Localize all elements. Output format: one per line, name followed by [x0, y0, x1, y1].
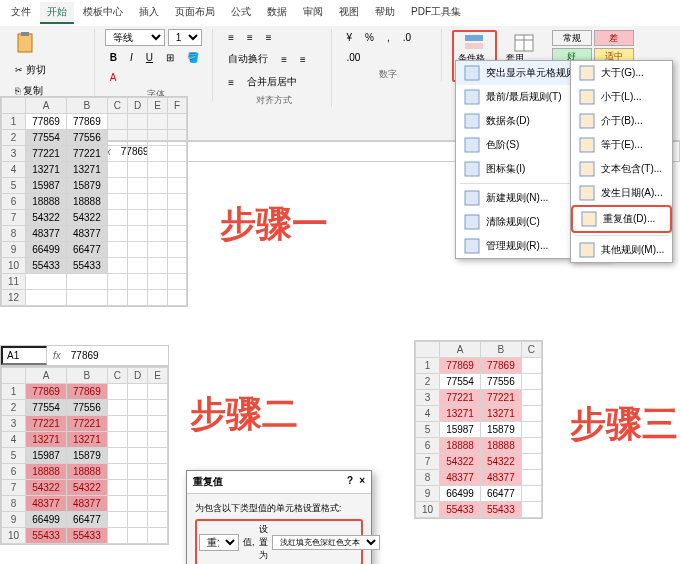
tab-help[interactable]: 帮助 [368, 2, 402, 24]
cell[interactable] [167, 210, 186, 226]
align-top-button[interactable]: ≡ [223, 29, 239, 46]
cell[interactable] [167, 146, 186, 162]
cell[interactable] [107, 528, 127, 544]
cell[interactable] [167, 258, 186, 274]
cell[interactable] [521, 438, 541, 454]
cell[interactable] [127, 146, 147, 162]
row-header[interactable]: 2 [416, 374, 440, 390]
cell[interactable] [107, 226, 127, 242]
cell[interactable] [107, 146, 127, 162]
cell[interactable]: 18888 [26, 194, 67, 210]
cell[interactable] [127, 528, 147, 544]
row-header[interactable]: 5 [2, 448, 26, 464]
cell[interactable] [127, 242, 147, 258]
row-header[interactable]: 6 [2, 194, 26, 210]
cell[interactable] [127, 210, 147, 226]
cell[interactable] [148, 400, 168, 416]
cell[interactable]: 13271 [480, 406, 521, 422]
cell[interactable] [148, 384, 168, 400]
cell[interactable] [107, 210, 127, 226]
cell[interactable] [107, 464, 127, 480]
menu-item-between[interactable]: 介于(B)... [571, 109, 672, 133]
col-header[interactable]: F [167, 98, 186, 114]
dialog-close-icon[interactable]: × [359, 475, 365, 489]
col-header[interactable]: A [26, 98, 67, 114]
currency-button[interactable]: ¥ [342, 29, 358, 46]
cell[interactable] [148, 416, 168, 432]
cell[interactable] [148, 432, 168, 448]
cell[interactable]: 55433 [66, 258, 107, 274]
cell[interactable] [66, 274, 107, 290]
cell[interactable] [127, 480, 147, 496]
cell[interactable]: 55433 [440, 502, 481, 518]
row-header[interactable]: 8 [416, 470, 440, 486]
cell[interactable]: 48377 [26, 226, 67, 242]
cell[interactable] [107, 480, 127, 496]
row-header[interactable]: 6 [416, 438, 440, 454]
cell[interactable]: 15987 [26, 178, 67, 194]
tab-data[interactable]: 数据 [260, 2, 294, 24]
cell[interactable]: 77221 [66, 146, 107, 162]
tab-pdf[interactable]: PDF工具集 [404, 2, 468, 24]
cell[interactable] [127, 432, 147, 448]
cell[interactable] [167, 130, 186, 146]
style-bad[interactable]: 差 [594, 30, 634, 46]
cell[interactable] [521, 390, 541, 406]
cell[interactable] [521, 422, 541, 438]
cell[interactable]: 55433 [66, 528, 107, 544]
bold-button[interactable]: B [105, 49, 122, 66]
align-bot-button[interactable]: ≡ [261, 29, 277, 46]
cell[interactable] [127, 448, 147, 464]
col-header[interactable]: A [26, 368, 67, 384]
cell[interactable]: 13271 [26, 162, 67, 178]
row-header[interactable]: 3 [2, 146, 26, 162]
cell[interactable] [521, 470, 541, 486]
cell[interactable]: 55433 [26, 528, 67, 544]
menu-item-gt[interactable]: 大于(G)... [571, 61, 672, 85]
tab-layout[interactable]: 页面布局 [168, 2, 222, 24]
cell[interactable]: 66499 [440, 486, 481, 502]
menu-item-other[interactable]: 其他规则(M)... [571, 238, 672, 262]
row-header[interactable]: 3 [2, 416, 26, 432]
cell[interactable] [521, 454, 541, 470]
align-mid-button[interactable]: ≡ [242, 29, 258, 46]
cell[interactable]: 18888 [440, 438, 481, 454]
cell[interactable] [107, 258, 127, 274]
cell[interactable] [148, 528, 168, 544]
cell[interactable] [107, 448, 127, 464]
cell[interactable]: 18888 [66, 464, 107, 480]
cell[interactable]: 77869 [66, 114, 107, 130]
cell[interactable] [127, 464, 147, 480]
align-center-button[interactable]: ≡ [295, 51, 311, 68]
cell[interactable]: 15987 [26, 448, 67, 464]
cell[interactable]: 54322 [480, 454, 521, 470]
row-header[interactable]: 7 [2, 480, 26, 496]
cell[interactable] [127, 178, 147, 194]
cell[interactable]: 55433 [26, 258, 67, 274]
dup-format-select[interactable]: 浅红填充色深红色文本 [272, 535, 380, 550]
cell[interactable] [127, 274, 147, 290]
cell[interactable] [167, 178, 186, 194]
row-header[interactable]: 4 [416, 406, 440, 422]
cell[interactable] [107, 114, 127, 130]
cell[interactable] [521, 406, 541, 422]
cell[interactable] [107, 274, 127, 290]
cell[interactable]: 54322 [440, 454, 481, 470]
cell[interactable] [148, 274, 168, 290]
cell[interactable] [167, 274, 186, 290]
cell[interactable] [107, 512, 127, 528]
col-header[interactable]: B [480, 342, 521, 358]
cell[interactable] [148, 178, 168, 194]
cell[interactable]: 54322 [66, 210, 107, 226]
cell[interactable] [167, 194, 186, 210]
cell[interactable] [107, 178, 127, 194]
menu-item-eq[interactable]: 等于(E)... [571, 133, 672, 157]
italic-button[interactable]: I [125, 49, 138, 66]
cell[interactable] [521, 486, 541, 502]
cell[interactable] [107, 496, 127, 512]
style-normal[interactable]: 常规 [552, 30, 592, 46]
cell[interactable] [127, 400, 147, 416]
col-header[interactable]: E [148, 368, 168, 384]
cell[interactable]: 55433 [480, 502, 521, 518]
align-right-button[interactable]: ≡ [223, 74, 239, 91]
